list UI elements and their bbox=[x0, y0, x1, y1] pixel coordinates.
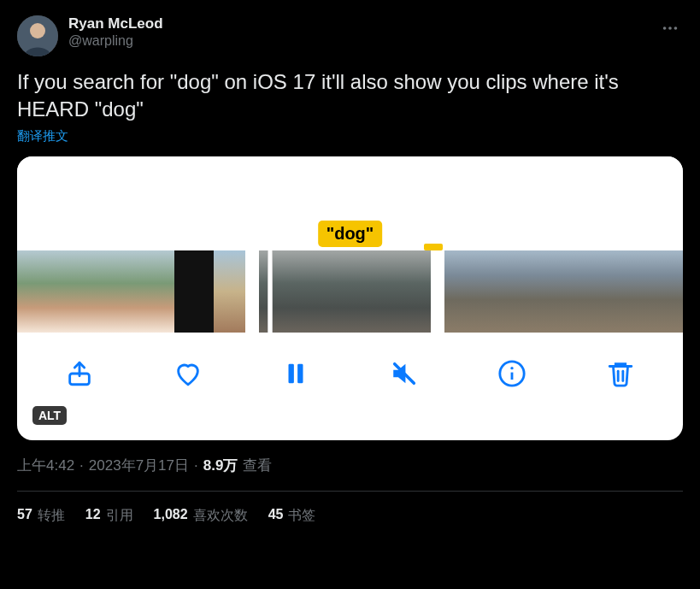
translate-link[interactable]: 翻译推文 bbox=[17, 128, 683, 144]
video-timeline[interactable] bbox=[17, 250, 683, 333]
stat-count: 57 bbox=[17, 507, 32, 525]
tweet-stats: 57 转推 12 引用 1,082 喜欢次数 45 书签 bbox=[17, 492, 683, 525]
bookmarks-stat[interactable]: 45 书签 bbox=[268, 507, 316, 525]
author-names[interactable]: Ryan McLeod @warpling bbox=[68, 15, 657, 50]
timeline-marker bbox=[424, 244, 443, 250]
timestamp[interactable]: 上午4:42 bbox=[17, 456, 74, 475]
quotes-stat[interactable]: 12 引用 bbox=[85, 507, 133, 525]
stat-label: 书签 bbox=[288, 507, 315, 525]
clip-frame bbox=[214, 250, 245, 333]
clip-group[interactable] bbox=[444, 250, 683, 333]
alt-badge[interactable]: ALT bbox=[32, 406, 67, 425]
clip-frame bbox=[444, 250, 485, 333]
handle: @warpling bbox=[68, 32, 657, 50]
likes-stat[interactable]: 1,082 喜欢次数 bbox=[154, 507, 248, 525]
mute-icon bbox=[390, 359, 419, 388]
pause-button[interactable] bbox=[276, 354, 315, 393]
separator: · bbox=[194, 457, 198, 474]
svg-point-2 bbox=[663, 27, 667, 30]
clip-frame bbox=[609, 250, 650, 333]
playhead[interactable] bbox=[268, 250, 273, 333]
retweets-stat[interactable]: 57 转推 bbox=[17, 507, 65, 525]
share-button[interactable] bbox=[60, 354, 99, 393]
stat-count: 45 bbox=[268, 507, 284, 525]
delete-button[interactable] bbox=[601, 354, 640, 393]
svg-point-1 bbox=[30, 23, 45, 38]
tweet-container: Ryan McLeod @warpling If you search for … bbox=[0, 0, 700, 525]
avatar-image bbox=[17, 15, 58, 56]
more-button[interactable] bbox=[657, 15, 683, 41]
clip-frame bbox=[568, 250, 609, 333]
clip-frame bbox=[303, 250, 348, 333]
svg-point-11 bbox=[511, 367, 514, 369]
caption-pill: "dog" bbox=[318, 221, 383, 247]
tweet-header: Ryan McLeod @warpling bbox=[17, 15, 683, 56]
clip-frame bbox=[135, 250, 174, 333]
tweet-text: If you search for "dog" on iOS 17 it'll … bbox=[17, 68, 683, 123]
clip-group[interactable] bbox=[17, 250, 245, 333]
clip-frame bbox=[392, 250, 431, 333]
avatar[interactable] bbox=[17, 15, 58, 56]
separator: · bbox=[79, 457, 84, 474]
pause-icon bbox=[281, 359, 310, 388]
clip-frame bbox=[348, 250, 392, 333]
info-icon bbox=[497, 359, 526, 388]
clip-frame bbox=[96, 250, 135, 333]
svg-point-4 bbox=[674, 27, 678, 30]
like-button[interactable] bbox=[168, 354, 208, 393]
clip-frame bbox=[56, 250, 96, 333]
views-label: 查看 bbox=[243, 456, 272, 475]
media-preview-top: "dog" bbox=[17, 156, 683, 250]
share-icon bbox=[65, 359, 94, 388]
clip-frame bbox=[485, 250, 526, 333]
clip-group[interactable] bbox=[259, 250, 431, 333]
tweet-meta: 上午4:42 · 2023年7月17日 · 8.9万 查看 bbox=[17, 456, 683, 475]
svg-rect-6 bbox=[289, 364, 294, 384]
stat-label: 引用 bbox=[106, 507, 133, 525]
media-card[interactable]: "dog" bbox=[17, 156, 683, 440]
stat-count: 12 bbox=[85, 507, 101, 525]
clip-frame bbox=[17, 250, 56, 333]
views-count: 8.9万 bbox=[203, 456, 238, 475]
media-toolbar bbox=[17, 333, 683, 415]
clip-frame bbox=[174, 250, 214, 333]
clip-frame bbox=[259, 250, 303, 333]
more-icon bbox=[661, 19, 679, 38]
display-name: Ryan McLeod bbox=[68, 15, 657, 32]
trash-icon bbox=[606, 359, 635, 388]
svg-point-3 bbox=[668, 27, 672, 30]
info-button[interactable] bbox=[492, 354, 532, 393]
heart-icon bbox=[174, 359, 203, 388]
date[interactable]: 2023年7月17日 bbox=[89, 456, 189, 475]
stat-label: 转推 bbox=[38, 507, 65, 525]
stat-label: 喜欢次数 bbox=[193, 507, 248, 525]
svg-rect-7 bbox=[297, 364, 303, 384]
stat-count: 1,082 bbox=[154, 507, 188, 525]
clip-frame bbox=[650, 250, 683, 333]
clip-frame bbox=[526, 250, 568, 333]
mute-button[interactable] bbox=[385, 354, 424, 393]
